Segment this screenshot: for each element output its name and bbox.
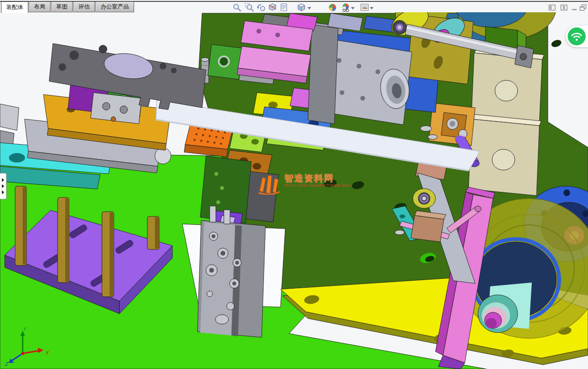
edit-appearance-icon[interactable] <box>328 3 337 12</box>
vertical-cylinder-slide <box>197 206 265 337</box>
tab-assembly[interactable]: 装配体 <box>1 1 28 13</box>
view-orientation-dropdown-icon[interactable] <box>307 3 312 12</box>
hide-show-items-icon[interactable] <box>341 3 350 12</box>
tab-sketch[interactable]: 草图 <box>51 1 73 12</box>
wifi-icon <box>568 27 586 45</box>
zoom-to-area-icon[interactable] <box>245 3 254 12</box>
tab-evaluate[interactable]: 评估 <box>73 1 95 12</box>
restore-window-icon[interactable] <box>579 4 588 13</box>
expand-arrow-icon <box>2 184 4 188</box>
view-orientation-icon[interactable] <box>297 3 306 12</box>
zoom-to-fit-icon[interactable] <box>232 3 242 12</box>
expand-arrow-icon <box>2 178 4 182</box>
viewport-3d-model[interactable] <box>0 0 588 369</box>
section-view-icon[interactable] <box>268 3 277 12</box>
minimize-icon[interactable] <box>571 4 578 13</box>
view-settings-dropdown-icon[interactable] <box>369 3 374 12</box>
view-settings-icon[interactable] <box>360 3 369 12</box>
tab-layout[interactable]: 布局 <box>29 1 51 12</box>
command-tab-bar: 装配体 布局 草图 评估 办公室产品 <box>1 1 135 13</box>
toggle-left-pane-icon[interactable] <box>548 4 556 13</box>
dynamic-annotation-views-icon[interactable] <box>279 3 289 12</box>
tab-office-products[interactable]: 办公室产品 <box>95 1 134 12</box>
toggle-right-pane-icon[interactable] <box>560 4 568 13</box>
expand-arrow-icon <box>2 190 4 194</box>
previous-view-icon[interactable] <box>256 3 266 12</box>
hide-show-items-dropdown-icon[interactable] <box>350 3 355 12</box>
wifi-float-button[interactable] <box>566 26 588 47</box>
feature-pane-flyout[interactable] <box>0 173 7 199</box>
